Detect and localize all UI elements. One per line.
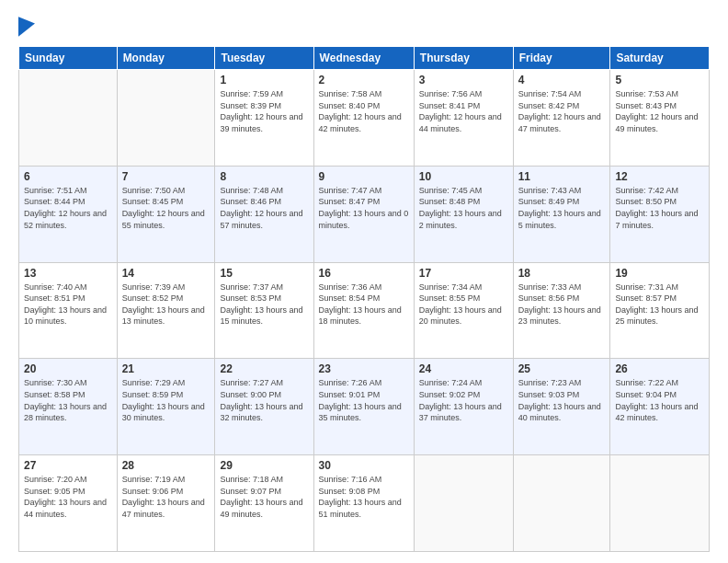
calendar-cell: 2Sunrise: 7:58 AMSunset: 8:40 PMDaylight… bbox=[313, 70, 414, 167]
calendar-cell: 28Sunrise: 7:19 AMSunset: 9:06 PMDayligh… bbox=[117, 455, 215, 552]
day-number: 7 bbox=[122, 170, 210, 183]
day-info: Sunrise: 7:27 AMSunset: 9:00 PMDaylight:… bbox=[220, 377, 308, 423]
day-number: 16 bbox=[319, 267, 409, 280]
calendar-cell bbox=[610, 455, 710, 552]
day-info: Sunrise: 7:22 AMSunset: 9:04 PMDaylight:… bbox=[615, 377, 704, 423]
calendar-cell: 11Sunrise: 7:43 AMSunset: 8:49 PMDayligh… bbox=[513, 166, 610, 262]
calendar-cell: 24Sunrise: 7:24 AMSunset: 9:02 PMDayligh… bbox=[414, 359, 513, 455]
calendar-cell: 23Sunrise: 7:26 AMSunset: 9:01 PMDayligh… bbox=[313, 359, 414, 455]
svg-marker-0 bbox=[18, 17, 35, 37]
day-number: 9 bbox=[319, 170, 409, 183]
calendar-cell: 15Sunrise: 7:37 AMSunset: 8:53 PMDayligh… bbox=[215, 262, 313, 359]
day-info: Sunrise: 7:43 AMSunset: 8:49 PMDaylight:… bbox=[518, 185, 606, 231]
day-number: 10 bbox=[419, 170, 508, 183]
day-number: 30 bbox=[319, 459, 409, 472]
calendar-cell: 8Sunrise: 7:48 AMSunset: 8:46 PMDaylight… bbox=[215, 166, 313, 262]
day-info: Sunrise: 7:36 AMSunset: 8:54 PMDaylight:… bbox=[319, 282, 409, 327]
day-number: 12 bbox=[615, 170, 704, 183]
calendar-cell bbox=[117, 70, 215, 167]
day-info: Sunrise: 7:58 AMSunset: 8:40 PMDaylight:… bbox=[319, 88, 409, 134]
day-info: Sunrise: 7:34 AMSunset: 8:55 PMDaylight:… bbox=[419, 282, 508, 327]
calendar-cell: 21Sunrise: 7:29 AMSunset: 8:59 PMDayligh… bbox=[117, 359, 215, 455]
day-info: Sunrise: 7:39 AMSunset: 8:52 PMDaylight:… bbox=[122, 282, 210, 327]
calendar-cell: 9Sunrise: 7:47 AMSunset: 8:47 PMDaylight… bbox=[313, 166, 414, 262]
day-info: Sunrise: 7:42 AMSunset: 8:50 PMDaylight:… bbox=[615, 185, 704, 231]
day-info: Sunrise: 7:18 AMSunset: 9:07 PMDaylight:… bbox=[220, 474, 308, 520]
logo-icon bbox=[18, 17, 35, 37]
day-number: 20 bbox=[24, 362, 112, 375]
week-row-3: 13Sunrise: 7:40 AMSunset: 8:51 PMDayligh… bbox=[19, 262, 710, 359]
calendar-cell bbox=[414, 455, 513, 552]
calendar-cell: 3Sunrise: 7:56 AMSunset: 8:41 PMDaylight… bbox=[414, 70, 513, 167]
day-info: Sunrise: 7:24 AMSunset: 9:02 PMDaylight:… bbox=[419, 377, 508, 423]
week-row-4: 20Sunrise: 7:30 AMSunset: 8:58 PMDayligh… bbox=[19, 359, 710, 455]
day-info: Sunrise: 7:26 AMSunset: 9:01 PMDaylight:… bbox=[319, 377, 409, 423]
day-info: Sunrise: 7:29 AMSunset: 8:59 PMDaylight:… bbox=[122, 377, 210, 423]
day-info: Sunrise: 7:23 AMSunset: 9:03 PMDaylight:… bbox=[518, 377, 606, 423]
day-number: 23 bbox=[319, 362, 409, 375]
weekday-header-row: SundayMondayTuesdayWednesdayThursdayFrid… bbox=[19, 47, 710, 70]
calendar-cell: 7Sunrise: 7:50 AMSunset: 8:45 PMDaylight… bbox=[117, 166, 215, 262]
calendar-cell: 29Sunrise: 7:18 AMSunset: 9:07 PMDayligh… bbox=[215, 455, 313, 552]
calendar-cell: 16Sunrise: 7:36 AMSunset: 8:54 PMDayligh… bbox=[313, 262, 414, 359]
day-number: 2 bbox=[319, 74, 409, 86]
calendar-cell bbox=[513, 455, 610, 552]
weekday-wednesday: Wednesday bbox=[313, 47, 414, 70]
page-header bbox=[18, 15, 710, 37]
calendar-cell: 5Sunrise: 7:53 AMSunset: 8:43 PMDaylight… bbox=[610, 70, 710, 167]
day-info: Sunrise: 7:47 AMSunset: 8:47 PMDaylight:… bbox=[319, 185, 409, 231]
day-number: 17 bbox=[419, 267, 508, 280]
calendar-cell: 19Sunrise: 7:31 AMSunset: 8:57 PMDayligh… bbox=[610, 262, 710, 359]
day-number: 11 bbox=[518, 170, 606, 183]
day-number: 26 bbox=[615, 362, 704, 375]
calendar-cell: 12Sunrise: 7:42 AMSunset: 8:50 PMDayligh… bbox=[610, 166, 710, 262]
calendar-table: SundayMondayTuesdayWednesdayThursdayFrid… bbox=[18, 46, 710, 552]
day-number: 1 bbox=[220, 74, 308, 86]
day-number: 21 bbox=[122, 362, 210, 375]
day-number: 25 bbox=[518, 362, 606, 375]
calendar-cell bbox=[19, 70, 118, 167]
weekday-friday: Friday bbox=[513, 47, 610, 70]
day-info: Sunrise: 7:19 AMSunset: 9:06 PMDaylight:… bbox=[122, 474, 210, 520]
calendar-cell: 14Sunrise: 7:39 AMSunset: 8:52 PMDayligh… bbox=[117, 262, 215, 359]
day-number: 8 bbox=[220, 170, 308, 183]
calendar-cell: 18Sunrise: 7:33 AMSunset: 8:56 PMDayligh… bbox=[513, 262, 610, 359]
day-info: Sunrise: 7:53 AMSunset: 8:43 PMDaylight:… bbox=[615, 88, 704, 134]
week-row-2: 6Sunrise: 7:51 AMSunset: 8:44 PMDaylight… bbox=[19, 166, 710, 262]
day-number: 4 bbox=[518, 74, 606, 86]
day-info: Sunrise: 7:31 AMSunset: 8:57 PMDaylight:… bbox=[615, 282, 704, 327]
calendar-cell: 13Sunrise: 7:40 AMSunset: 8:51 PMDayligh… bbox=[19, 262, 118, 359]
calendar-cell: 30Sunrise: 7:16 AMSunset: 9:08 PMDayligh… bbox=[313, 455, 414, 552]
calendar-cell: 6Sunrise: 7:51 AMSunset: 8:44 PMDaylight… bbox=[19, 166, 118, 262]
weekday-tuesday: Tuesday bbox=[215, 47, 313, 70]
day-info: Sunrise: 7:45 AMSunset: 8:48 PMDaylight:… bbox=[419, 185, 508, 231]
day-info: Sunrise: 7:48 AMSunset: 8:46 PMDaylight:… bbox=[220, 185, 308, 231]
calendar-cell: 25Sunrise: 7:23 AMSunset: 9:03 PMDayligh… bbox=[513, 359, 610, 455]
day-info: Sunrise: 7:40 AMSunset: 8:51 PMDaylight:… bbox=[24, 282, 112, 327]
weekday-sunday: Sunday bbox=[19, 47, 118, 70]
week-row-5: 27Sunrise: 7:20 AMSunset: 9:05 PMDayligh… bbox=[19, 455, 710, 552]
day-info: Sunrise: 7:59 AMSunset: 8:39 PMDaylight:… bbox=[220, 88, 308, 134]
weekday-saturday: Saturday bbox=[610, 47, 710, 70]
day-info: Sunrise: 7:16 AMSunset: 9:08 PMDaylight:… bbox=[319, 474, 409, 520]
calendar-cell: 27Sunrise: 7:20 AMSunset: 9:05 PMDayligh… bbox=[19, 455, 118, 552]
day-number: 13 bbox=[24, 267, 112, 280]
day-number: 6 bbox=[24, 170, 112, 183]
day-number: 14 bbox=[122, 267, 210, 280]
weekday-monday: Monday bbox=[117, 47, 215, 70]
day-info: Sunrise: 7:54 AMSunset: 8:42 PMDaylight:… bbox=[518, 88, 606, 134]
day-info: Sunrise: 7:20 AMSunset: 9:05 PMDaylight:… bbox=[24, 474, 112, 520]
day-info: Sunrise: 7:30 AMSunset: 8:58 PMDaylight:… bbox=[24, 377, 112, 423]
weekday-thursday: Thursday bbox=[414, 47, 513, 70]
day-number: 5 bbox=[615, 74, 704, 86]
calendar-cell: 10Sunrise: 7:45 AMSunset: 8:48 PMDayligh… bbox=[414, 166, 513, 262]
calendar-cell: 4Sunrise: 7:54 AMSunset: 8:42 PMDaylight… bbox=[513, 70, 610, 167]
day-info: Sunrise: 7:51 AMSunset: 8:44 PMDaylight:… bbox=[24, 185, 112, 231]
day-info: Sunrise: 7:56 AMSunset: 8:41 PMDaylight:… bbox=[419, 88, 508, 134]
day-info: Sunrise: 7:33 AMSunset: 8:56 PMDaylight:… bbox=[518, 282, 606, 327]
calendar-cell: 17Sunrise: 7:34 AMSunset: 8:55 PMDayligh… bbox=[414, 262, 513, 359]
day-number: 18 bbox=[518, 267, 606, 280]
day-number: 29 bbox=[220, 459, 308, 472]
calendar-cell: 20Sunrise: 7:30 AMSunset: 8:58 PMDayligh… bbox=[19, 359, 118, 455]
day-number: 27 bbox=[24, 459, 112, 472]
